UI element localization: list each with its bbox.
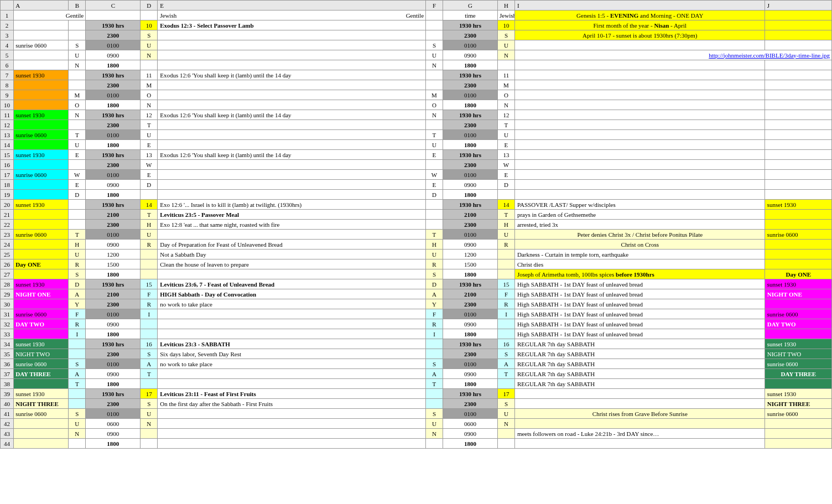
row-header[interactable]: 39 [1,389,14,399]
row-header[interactable]: 24 [1,240,14,250]
cell-E3[interactable] [158,30,426,40]
cell-G28[interactable]: 1930 hrs [443,279,497,289]
cell-F22[interactable] [426,220,443,230]
cell-F26[interactable]: R [426,259,443,269]
cell-D20[interactable]: 14 [141,200,158,210]
cell-G41[interactable]: 0100 [443,409,497,419]
cell-I25[interactable]: Darkness - Curtain in temple torn, earth… [514,250,765,259]
cell-J1[interactable] [765,11,831,20]
cell-C28[interactable]: 1930 hrs [86,279,141,289]
cell-A22[interactable] [14,220,69,230]
cell-F44[interactable] [426,439,443,449]
cell-I6[interactable] [514,60,765,70]
cell-D32[interactable] [141,319,158,329]
cell-A29[interactable]: NIGHT ONE [14,289,69,299]
cell-A19[interactable] [14,190,69,200]
cell-F35[interactable] [426,349,443,359]
cell-H15[interactable]: 13 [498,150,515,160]
cell-E22[interactable]: Exo 12:8 'eat ... that same night, roast… [158,220,426,230]
cell-B42[interactable]: U [69,419,86,429]
cell-I32[interactable]: High SABBATH - 1st DAY feast of unleaved… [514,319,765,329]
cell-D38[interactable] [141,379,158,389]
cell-H12[interactable]: T [498,120,515,130]
cell-G14[interactable]: 1800 [443,140,497,150]
cell-E14[interactable] [158,140,426,150]
cell-A32[interactable]: DAY TWO [14,319,69,329]
cell-E17[interactable] [158,170,426,180]
cell-D36[interactable]: A [141,359,158,369]
cell-F34[interactable] [426,339,443,349]
cell-D4[interactable]: U [141,40,158,50]
cell-A18[interactable] [14,180,69,190]
cell-D23[interactable]: U [141,230,158,240]
cell-J43[interactable] [765,429,831,439]
cell-F42[interactable]: U [426,419,443,429]
cell-H39[interactable]: 17 [498,389,515,399]
cell-G27[interactable]: 1800 [443,269,497,279]
cell-B9[interactable]: M [69,90,86,100]
row-header[interactable]: 16 [1,160,14,170]
cell-G3[interactable]: 2300 [443,30,497,40]
cell-J9[interactable] [765,90,831,100]
col-header-A[interactable]: A [14,1,69,11]
cell-E8[interactable] [158,80,426,90]
cell-I35[interactable]: REGULAR 7th day SABBATH [514,349,765,359]
cell-J33[interactable] [765,329,831,339]
cell-F10[interactable]: O [426,100,443,110]
cell-G16[interactable]: 2300 [443,160,497,170]
cell-I12[interactable] [514,120,765,130]
cell-A31[interactable]: sunrise 0600 [14,309,69,319]
cell-E41[interactable] [158,409,426,419]
cell-G6[interactable]: 1800 [443,60,497,70]
cell-I21[interactable]: prays in Garden of Gethsemethe [514,210,765,220]
cell-H42[interactable]: N [498,419,515,429]
cell-B16[interactable] [69,160,86,170]
cell-F9[interactable]: M [426,90,443,100]
cell-I8[interactable] [514,80,765,90]
cell-E28[interactable]: Leviticus 23:6, 7 - Feast of Unleavend B… [158,279,426,289]
row-header[interactable]: 30 [1,299,14,309]
cell-I7[interactable] [514,70,765,80]
cell-G7[interactable]: 1930 hrs [443,70,497,80]
cell-C8[interactable]: 2300 [86,80,141,90]
cell-F32[interactable]: R [426,319,443,329]
cell-D31[interactable]: I [141,309,158,319]
cell-H8[interactable]: M [498,80,515,90]
cell-B5[interactable]: U [69,50,86,60]
cell-I31[interactable]: High SABBATH - 1st DAY feast of unleaved… [514,309,765,319]
cell-A16[interactable] [14,160,69,170]
cell-C6[interactable]: 1800 [86,60,141,70]
row-header[interactable]: 19 [1,190,14,200]
cell-B32[interactable]: R [69,319,86,329]
cell-E11[interactable]: Exodus 12:6 'You shall keep it (lamb) un… [158,110,426,120]
row-header[interactable]: 38 [1,379,14,389]
cell-E38[interactable] [158,379,426,389]
cell-A15[interactable]: sunset 1930 [14,150,69,160]
cell-E15[interactable]: Exodus 12:6 'You shall keep it (lamb) un… [158,150,426,160]
cell-J16[interactable] [765,160,831,170]
cell-C42[interactable]: 0600 [86,419,141,429]
cell-D41[interactable]: U [141,409,158,419]
cell-I27[interactable]: Joseph of Arimetha tomb, 100lbs spices b… [514,269,765,279]
cell-B18[interactable]: E [69,180,86,190]
cell-J44[interactable] [765,439,831,449]
cell-E33[interactable] [158,329,426,339]
col-header-H[interactable]: H [498,1,515,11]
cell-D7[interactable]: 11 [141,70,158,80]
cell-J22[interactable] [765,220,831,230]
cell-J35[interactable]: NIGHT TWO [765,349,831,359]
cell-D34[interactable]: 16 [141,339,158,349]
cell-C18[interactable]: 0900 [86,180,141,190]
cell-C15[interactable]: 1930 hrs [86,150,141,160]
cell-C37[interactable]: 0900 [86,369,141,379]
cell-B29[interactable]: A [69,289,86,299]
cell-E32[interactable] [158,319,426,329]
cell-I4[interactable] [514,40,765,50]
cell-J39[interactable]: sunset 1930 [765,389,831,399]
cell-B13[interactable]: T [69,130,86,140]
cell-C25[interactable]: 1200 [86,250,141,259]
cell-J23[interactable]: sunrise 0600 [765,230,831,240]
cell-D44[interactable] [141,439,158,449]
cell-H2[interactable]: 10 [498,20,515,30]
cell-F37[interactable]: A [426,369,443,379]
